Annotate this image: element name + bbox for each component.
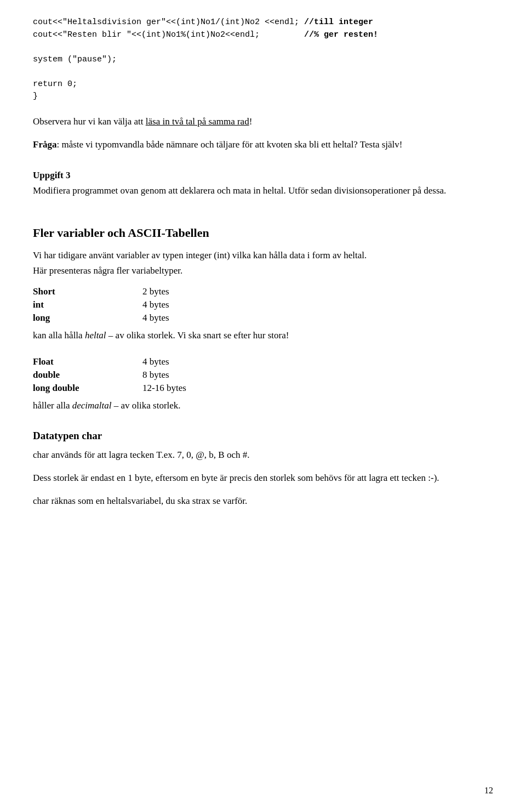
- type-row-short: Short 2 bytes: [33, 286, 493, 297]
- code-block: cout<<"Heltalsdivision ger"<<(int)No1/(i…: [33, 16, 493, 103]
- fraga-label: Fråga: [33, 139, 56, 150]
- code-line-4: system ("pause");: [33, 54, 493, 66]
- type-size-float: 4 bytes: [142, 356, 169, 367]
- section-intro-para: Vi har tidigare använt variabler av type…: [33, 248, 493, 279]
- type-name-long-double: long double: [33, 383, 142, 394]
- decimal-note-pre: håller alla: [33, 400, 72, 411]
- fraga-paragraph: Fråga: måste vi typomvandla både nämnare…: [33, 137, 493, 152]
- type-size-long: 4 bytes: [142, 313, 169, 323]
- uppgift3-paragraph: Uppgift 3 Modifiera programmet ovan geno…: [33, 168, 493, 198]
- code-line-2: cout<<"Resten blir "<<(int)No1%(int)No2<…: [33, 29, 493, 42]
- char-text3: char räknas som en heltalsvariabel, du s…: [33, 493, 493, 509]
- code-line-3: [33, 41, 493, 54]
- integer-note-post: – av olika storlek. Vi ska snart se efte…: [106, 330, 289, 340]
- code-line-5: [33, 66, 493, 78]
- char-heading: Datatypen char: [33, 430, 493, 442]
- fraga-text: : måste vi typomvandla både nämnare och …: [56, 139, 402, 150]
- type-size-int: 4 bytes: [142, 299, 169, 310]
- integer-types-table: Short 2 bytes int 4 bytes long 4 bytes: [33, 286, 493, 323]
- code-line-1: cout<<"Heltalsdivision ger"<<(int)No1/(i…: [33, 16, 493, 29]
- decimal-note-italic: decimaltal: [72, 400, 112, 411]
- type-row-long: long 4 bytes: [33, 313, 493, 323]
- uppgift3-block: Uppgift 3 Modifiera programmet ovan geno…: [33, 168, 493, 198]
- observe-text-post: !: [249, 116, 253, 127]
- char-text2: Dess storlek är endast en 1 byte, efters…: [33, 470, 493, 486]
- type-name-short: Short: [33, 286, 142, 297]
- uppgift3-text: Modifiera programmet ovan genom att dekl…: [33, 185, 446, 196]
- char-section: Datatypen char char används för att lagr…: [33, 430, 493, 509]
- section-intro2-text: Här presenteras några fler variabeltyper…: [33, 265, 182, 276]
- type-row-long-double: long double 12-16 bytes: [33, 383, 493, 394]
- code-comment-2: //% ger resten!: [304, 30, 378, 39]
- char-text1: char används för att lagra tecken T.ex. …: [33, 447, 493, 463]
- integer-note-italic: heltal: [85, 330, 106, 340]
- fler-variabler-section: Fler variabler och ASCII-Tabellen Vi har…: [33, 226, 493, 509]
- type-size-double: 8 bytes: [142, 370, 169, 381]
- observe-paragraph: Observera hur vi kan välja att läsa in t…: [33, 114, 493, 129]
- code-line-6: return 0;: [33, 78, 493, 91]
- type-row-double: double 8 bytes: [33, 370, 493, 381]
- code-text-2a: cout<<"Resten blir "<<(int)No1%(int)No2<…: [33, 30, 304, 39]
- type-name-int: int: [33, 299, 142, 310]
- observe-text-pre: Observera hur vi kan välja att: [33, 116, 146, 127]
- code-line-7: }: [33, 90, 493, 103]
- type-size-short: 2 bytes: [142, 286, 169, 297]
- code-comment-1: //till integer: [304, 18, 373, 27]
- type-name-long: long: [33, 313, 142, 323]
- type-name-float: Float: [33, 356, 142, 367]
- decimal-note-post: – av olika storlek.: [112, 400, 181, 411]
- observe-text-underline: läsa in två tal på samma rad: [146, 116, 249, 127]
- section-heading: Fler variabler och ASCII-Tabellen: [33, 226, 493, 240]
- integer-note: kan alla hålla heltal – av olika storlek…: [33, 328, 493, 343]
- type-row-float: Float 4 bytes: [33, 356, 493, 367]
- type-size-long-double: 12-16 bytes: [142, 383, 186, 394]
- type-row-int: int 4 bytes: [33, 299, 493, 310]
- section-intro-text: Vi har tidigare använt variabler av type…: [33, 250, 367, 260]
- decimal-types-table: Float 4 bytes double 8 bytes long double…: [33, 356, 493, 394]
- page-number: 12: [484, 786, 493, 796]
- uppgift3-label: Uppgift 3: [33, 170, 70, 180]
- type-name-double: double: [33, 370, 142, 381]
- integer-note-pre: kan alla hålla: [33, 330, 85, 340]
- decimal-note: håller alla decimaltal – av olika storle…: [33, 398, 493, 413]
- code-text-1a: cout<<"Heltalsdivision ger"<<(int)No1/(i…: [33, 18, 304, 27]
